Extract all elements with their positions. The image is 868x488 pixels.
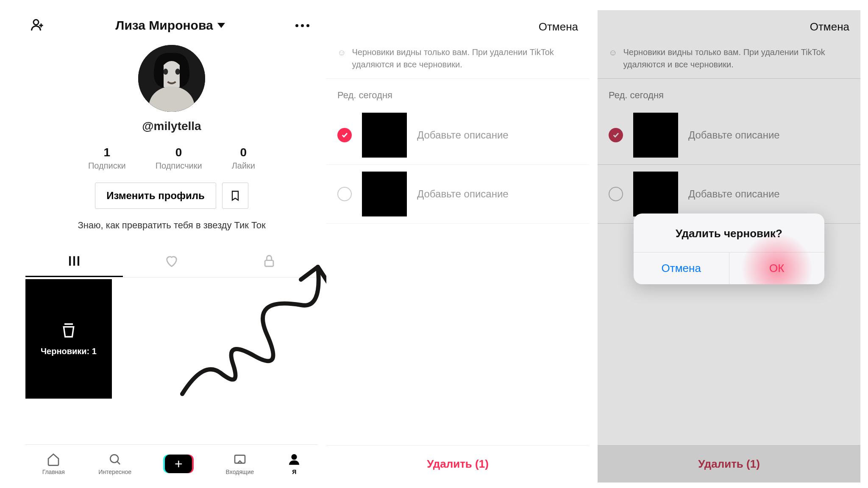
stat-followers[interactable]: 0 Подписчики xyxy=(156,146,202,171)
tab-posts[interactable] xyxy=(25,248,123,277)
stats-row: 1 Подписки 0 Подписчики 0 Лайки xyxy=(25,146,318,171)
stat-likes[interactable]: 0 Лайки xyxy=(232,146,255,171)
nav-inbox[interactable]: Входящие xyxy=(226,452,254,475)
draft-thumbnail xyxy=(362,113,407,158)
delete-button[interactable]: Удалить (1) xyxy=(698,458,760,470)
content-grid: Черновики: 1 xyxy=(25,279,318,399)
drafts-pane: Отмена ☺ Черновики видны только вам. При… xyxy=(326,10,589,482)
drafts-info-text: Черновики видны только вам. При удалении… xyxy=(352,46,578,71)
plus-icon: + xyxy=(165,455,192,473)
tab-private[interactable] xyxy=(220,248,318,277)
draft-description: Добавьте описание xyxy=(688,188,780,200)
content-tabs xyxy=(25,248,318,277)
select-check-icon[interactable] xyxy=(609,128,623,142)
profile-pane: Лиза Миронова @milytella 1 Подписки xyxy=(25,10,318,482)
chevron-down-icon xyxy=(217,23,225,28)
svg-point-4 xyxy=(163,69,168,75)
draft-description: Добавьте описание xyxy=(417,129,509,141)
draft-description: Добавьте описание xyxy=(688,129,780,141)
drafts-header: Отмена xyxy=(326,10,589,44)
drafts-dialog-pane: Отмена ☺ Черновики видны только вам. При… xyxy=(598,10,860,482)
svg-point-5 xyxy=(175,69,180,75)
dialog-cancel-button[interactable]: Отмена xyxy=(634,252,729,284)
bottom-nav: Главная Интересное + Входящие Я xyxy=(25,444,318,482)
confirm-dialog: Удалить черновик? Отмена ОК xyxy=(634,214,824,284)
more-icon[interactable] xyxy=(295,24,309,27)
draft-thumbnail xyxy=(362,172,407,216)
select-check-icon[interactable] xyxy=(337,128,352,142)
section-header: Ред. сегодня xyxy=(598,79,860,106)
add-friend-icon[interactable] xyxy=(30,18,45,33)
nav-discover[interactable]: Интересное xyxy=(98,452,131,475)
draft-row[interactable]: Добавьте описание xyxy=(326,106,589,165)
username: @milytella xyxy=(142,119,201,133)
smile-icon: ☺ xyxy=(337,48,346,58)
svg-point-9 xyxy=(292,454,297,460)
cancel-button[interactable]: Отмена xyxy=(810,20,849,33)
cancel-button[interactable]: Отмена xyxy=(539,20,578,33)
drafts-info: ☺ Черновики видны только вам. При удален… xyxy=(326,44,589,79)
dialog-ok-button[interactable]: ОК xyxy=(729,252,825,284)
bookmarks-button[interactable] xyxy=(222,183,248,209)
stat-following[interactable]: 1 Подписки xyxy=(88,146,126,171)
drafts-tile-label: Черновики: 1 xyxy=(41,347,97,356)
svg-point-0 xyxy=(33,20,39,25)
drafts-footer: Удалить (1) xyxy=(326,445,589,482)
section-header: Ред. сегодня xyxy=(326,79,589,106)
dialog-buttons: Отмена ОК xyxy=(634,252,824,284)
drafts-footer: Удалить (1) xyxy=(598,445,860,482)
select-check-icon[interactable] xyxy=(609,187,623,201)
profile-header: Лиза Миронова xyxy=(25,10,318,41)
drafts-tile[interactable]: Черновики: 1 xyxy=(25,279,112,399)
select-check-icon[interactable] xyxy=(337,187,352,201)
draft-thumbnail xyxy=(633,113,678,158)
profile-name: Лиза Миронова xyxy=(115,18,213,33)
draft-row[interactable]: Добавьте описание xyxy=(598,106,860,165)
avatar[interactable] xyxy=(138,45,205,112)
draft-row[interactable]: Добавьте описание xyxy=(326,165,589,224)
smile-icon: ☺ xyxy=(609,48,617,58)
nav-create[interactable]: + xyxy=(165,455,192,473)
drafts-info-text: Черновики видны только вам. При удалении… xyxy=(623,46,849,71)
profile-actions: Изменить профиль xyxy=(25,183,318,209)
delete-button[interactable]: Удалить (1) xyxy=(427,458,489,470)
svg-rect-8 xyxy=(235,455,245,463)
tab-liked[interactable] xyxy=(123,248,220,277)
avatar-section: @milytella xyxy=(25,45,318,133)
drafts-header: Отмена xyxy=(598,10,860,44)
draft-thumbnail xyxy=(633,172,678,216)
draft-description: Добавьте описание xyxy=(417,188,509,200)
svg-point-7 xyxy=(110,455,118,463)
svg-rect-6 xyxy=(265,261,273,266)
nav-home[interactable]: Главная xyxy=(42,452,65,475)
edit-profile-button[interactable]: Изменить профиль xyxy=(95,183,216,209)
drafts-info: ☺ Черновики видны только вам. При удален… xyxy=(598,44,860,79)
nav-me[interactable]: Я xyxy=(287,452,301,475)
dialog-title: Удалить черновик? xyxy=(634,214,824,252)
bio-text: Знаю, как превратить тебя в звезду Тик Т… xyxy=(25,220,318,231)
account-switcher[interactable]: Лиза Миронова xyxy=(115,18,225,33)
